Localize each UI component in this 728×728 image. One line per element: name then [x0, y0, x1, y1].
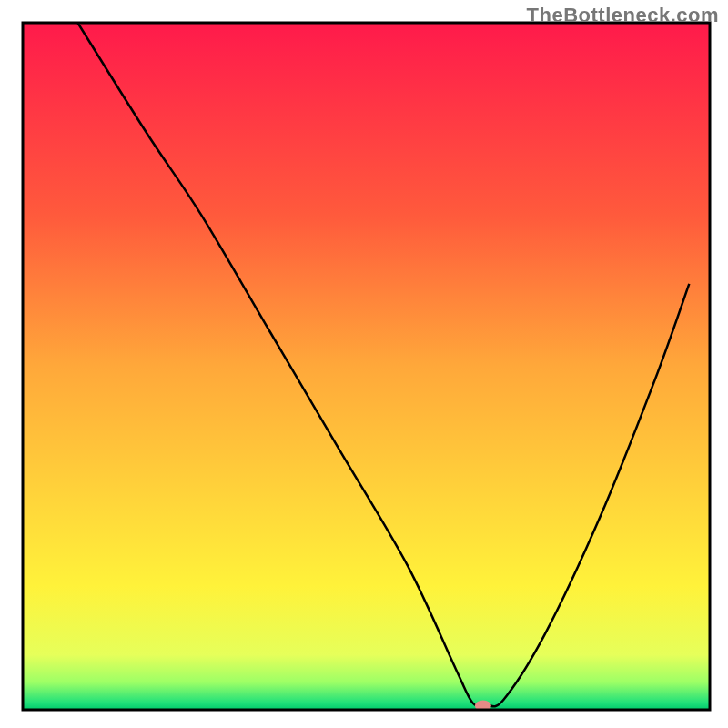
chart-stage: TheBottleneck.com: [0, 0, 728, 728]
bottleneck-chart: [0, 0, 728, 728]
watermark-text: TheBottleneck.com: [527, 4, 719, 27]
gradient-fill: [23, 23, 710, 710]
